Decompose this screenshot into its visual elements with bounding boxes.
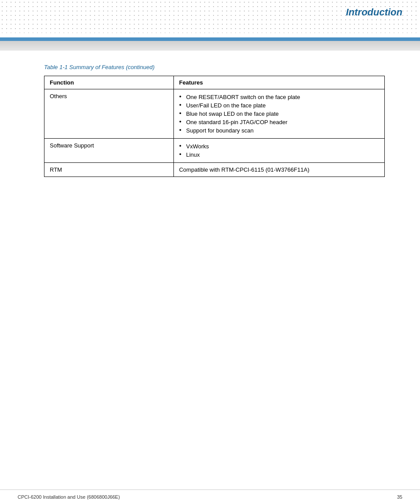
page-title: Introduction [346,7,402,18]
table-row: Software Support VxWorks Linux [44,139,385,163]
table-row: RTM Compatible with RTM-CPCI-6115 (01-W3… [44,163,385,177]
list-item: Support for boundary scan [179,126,379,135]
features-list-software: VxWorks Linux [179,142,379,159]
cell-function-others: Others [44,89,174,139]
main-content: Table 1-1 Summary of Features (continued… [0,51,420,203]
cell-function-software: Software Support [44,139,174,163]
column-header-function: Function [44,76,174,89]
table-caption: Table 1-1 Summary of Features (continued… [44,64,385,70]
list-item: VxWorks [179,142,379,151]
list-item: Blue hot swap LED on the face plate [179,110,379,118]
table-header-row: Function Features [44,76,385,89]
features-table: Function Features Others One RESET/ABORT… [44,76,385,177]
list-item: Linux [179,151,379,159]
cell-features-software: VxWorks Linux [173,139,384,163]
footer-page-number: 35 [397,494,402,500]
gray-divider-bar [0,41,420,51]
list-item: One RESET/ABORT switch on the face plate [179,93,379,101]
features-list-others: One RESET/ABORT switch on the face plate… [179,93,379,135]
cell-features-rtm: Compatible with RTM-CPCI-6115 (01-W3766F… [173,163,384,177]
table-row: Others One RESET/ABORT switch on the fac… [44,89,385,139]
header: Introduction [0,0,420,37]
blue-divider-bar [0,37,420,41]
column-header-features: Features [173,76,384,89]
page-footer: CPCI-6200 Installation and Use (6806800J… [0,489,420,504]
footer-left-text: CPCI-6200 Installation and Use (6806800J… [18,494,120,500]
cell-function-rtm: RTM [44,163,174,177]
list-item: User/Fail LED on the face plate [179,101,379,110]
list-item: One standard 16-pin JTAG/COP header [179,118,379,126]
cell-features-others: One RESET/ABORT switch on the face plate… [173,89,384,139]
